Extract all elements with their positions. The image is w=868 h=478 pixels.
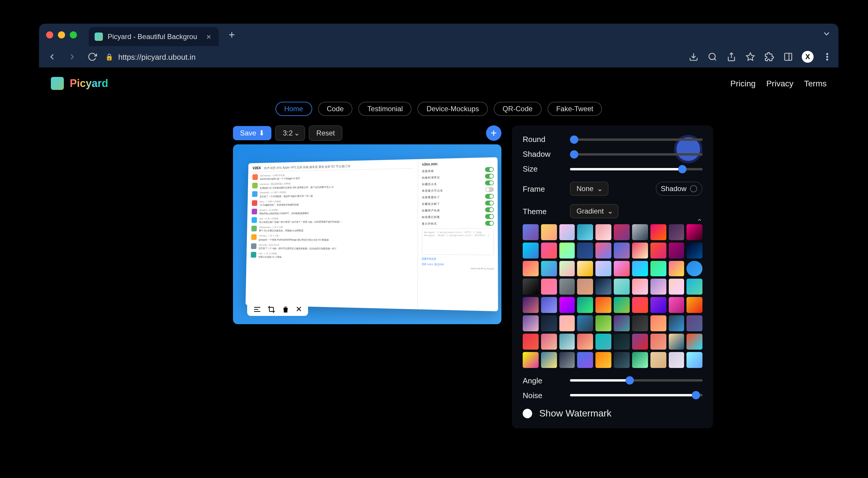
gradient-swatch[interactable] — [614, 352, 630, 368]
reload-button[interactable] — [85, 50, 99, 64]
gradient-swatch[interactable] — [559, 334, 575, 350]
gradient-swatch[interactable] — [541, 297, 557, 313]
watermark-toggle[interactable]: Show Watermark — [523, 408, 703, 419]
gradient-swatch[interactable] — [687, 224, 703, 240]
gradient-swatch[interactable] — [523, 224, 539, 240]
gradient-swatch[interactable] — [669, 279, 684, 295]
gradient-swatch[interactable] — [632, 334, 648, 350]
gradient-swatch[interactable] — [669, 261, 684, 276]
close-tool-icon[interactable]: ✕ — [296, 305, 302, 313]
gradient-swatch[interactable] — [687, 334, 703, 350]
size-slider[interactable] — [570, 168, 703, 170]
gradient-swatch[interactable] — [578, 279, 593, 295]
gradient-swatch[interactable] — [632, 261, 648, 276]
gradient-swatch[interactable] — [669, 224, 684, 240]
gradient-swatch[interactable] — [523, 352, 539, 368]
gradient-swatch[interactable] — [596, 261, 612, 276]
gradient-swatch[interactable] — [523, 297, 539, 313]
gradient-swatch[interactable] — [687, 315, 703, 331]
gradient-swatch[interactable] — [578, 224, 593, 240]
url-field[interactable]: 🔒 https://picyard.ubout.in — [105, 52, 682, 61]
back-button[interactable] — [45, 50, 59, 64]
preview-canvas[interactable]: V2EX 技术 创意 好玩 Apple VPS 交易 前端 服务器 最热 全部 … — [233, 144, 501, 324]
reset-button[interactable]: Reset — [309, 125, 343, 141]
gradient-swatch[interactable] — [687, 279, 703, 295]
download-icon[interactable] — [688, 52, 699, 62]
menu-icon[interactable] — [822, 52, 833, 62]
gradient-swatch[interactable] — [578, 261, 593, 276]
gradient-swatch[interactable] — [614, 297, 630, 313]
gradient-swatch[interactable] — [578, 315, 593, 331]
browser-tab[interactable]: Picyard - Beautiful Backgrou × — [89, 27, 219, 46]
nav-pill-code[interactable]: Code — [318, 102, 352, 116]
new-tab-button[interactable]: + — [223, 27, 240, 43]
gradient-swatch[interactable] — [578, 243, 593, 259]
gradient-swatch[interactable] — [669, 243, 684, 259]
add-button[interactable]: + — [486, 125, 501, 141]
tab-close-button[interactable]: × — [205, 33, 213, 41]
profile-avatar[interactable]: X — [802, 51, 814, 63]
gradient-swatch[interactable] — [559, 261, 575, 276]
close-window-button[interactable] — [46, 31, 53, 38]
gradient-swatch[interactable] — [523, 261, 539, 276]
gradient-swatch[interactable] — [614, 279, 630, 295]
minimize-window-button[interactable] — [58, 31, 65, 38]
extensions-icon[interactable] — [764, 52, 775, 62]
gradient-swatch[interactable] — [559, 352, 575, 368]
gradient-swatch[interactable] — [541, 352, 557, 368]
gradient-swatch[interactable] — [596, 352, 612, 368]
header-link-pricing[interactable]: Pricing — [730, 79, 756, 88]
collapse-icon[interactable]: ⌃ — [696, 218, 703, 226]
gradient-swatch[interactable] — [523, 315, 539, 331]
frame-select[interactable]: None — [570, 182, 608, 196]
theme-select[interactable]: Gradient — [570, 204, 618, 218]
gradient-swatch[interactable] — [596, 279, 612, 295]
header-link-privacy[interactable]: Privacy — [766, 79, 794, 88]
gradient-swatch[interactable] — [650, 352, 666, 368]
gradient-swatch[interactable] — [650, 279, 666, 295]
gradient-swatch[interactable] — [650, 334, 666, 350]
gradient-swatch[interactable] — [578, 334, 593, 350]
gradient-swatch[interactable] — [541, 243, 557, 259]
gradient-swatch[interactable] — [632, 243, 648, 259]
gradient-swatch[interactable] — [632, 279, 648, 295]
delete-icon[interactable] — [281, 305, 290, 313]
gradient-swatch[interactable] — [687, 297, 703, 313]
gradient-swatch[interactable] — [596, 315, 612, 331]
gradient-swatch[interactable] — [523, 279, 539, 295]
gradient-swatch[interactable] — [650, 297, 666, 313]
align-icon[interactable] — [253, 305, 261, 313]
gradient-swatch[interactable] — [614, 261, 630, 276]
zoom-icon[interactable] — [707, 52, 718, 62]
gradient-swatch[interactable] — [632, 224, 648, 240]
gradient-swatch[interactable] — [650, 224, 666, 240]
forward-button[interactable] — [65, 50, 79, 64]
gradient-swatch[interactable] — [650, 261, 666, 276]
nav-pill-testimonial[interactable]: Testimonial — [359, 102, 412, 116]
shadow-slider[interactable] — [570, 153, 703, 155]
gradient-swatch[interactable] — [687, 243, 703, 259]
gradient-swatch[interactable] — [559, 279, 575, 295]
sidepanel-icon[interactable] — [783, 52, 794, 62]
gradient-swatch[interactable] — [559, 224, 575, 240]
gradient-swatch[interactable] — [596, 297, 612, 313]
nav-pill-qr-code[interactable]: QR-Code — [494, 102, 541, 116]
gradient-swatch[interactable] — [596, 334, 612, 350]
bookmark-icon[interactable] — [745, 52, 756, 62]
nav-pill-fake-tweet[interactable]: Fake-Tweet — [547, 102, 602, 116]
gradient-swatch[interactable] — [614, 334, 630, 350]
gradient-swatch[interactable] — [523, 243, 539, 259]
nav-pill-home[interactable]: Home — [275, 102, 312, 116]
save-button[interactable]: Save ⬇ — [233, 126, 272, 140]
gradient-swatch[interactable] — [596, 243, 612, 259]
gradient-swatch[interactable] — [632, 315, 648, 331]
noise-slider[interactable] — [570, 394, 703, 396]
gradient-swatch[interactable] — [614, 243, 630, 259]
gradient-swatch[interactable] — [650, 243, 666, 259]
gradient-swatch[interactable] — [541, 315, 557, 331]
gradient-swatch[interactable] — [632, 297, 648, 313]
gradient-swatch[interactable] — [559, 297, 575, 313]
gradient-swatch[interactable] — [541, 334, 557, 350]
gradient-swatch[interactable] — [578, 352, 593, 368]
gradient-swatch[interactable] — [559, 315, 575, 331]
